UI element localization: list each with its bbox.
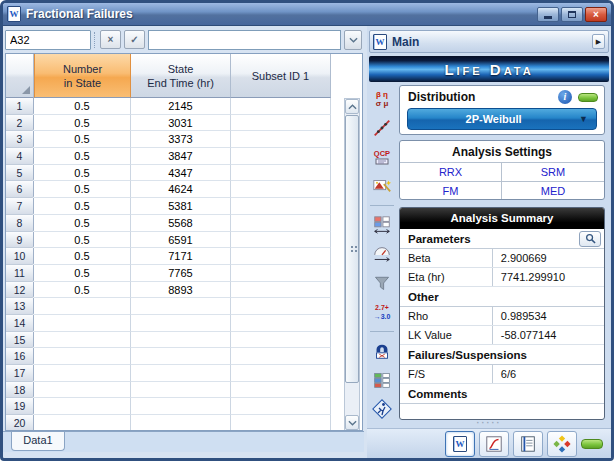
cell-subset-id[interactable]: [231, 315, 331, 332]
grid-vertical-scrollbar[interactable]: [344, 98, 360, 431]
cell-subset-id[interactable]: [231, 148, 331, 165]
row-header[interactable]: 2: [6, 115, 34, 132]
cell-state-end-time[interactable]: [131, 398, 231, 415]
column-header-number-in-state[interactable]: Number in State: [34, 54, 131, 98]
cell-number-in-state[interactable]: 0.5: [34, 232, 131, 249]
cell-state-end-time[interactable]: 3373: [131, 131, 231, 148]
cell-subset-id[interactable]: [231, 332, 331, 349]
cell-state-end-time[interactable]: 3847: [131, 148, 231, 165]
cell-state-end-time[interactable]: 6591: [131, 232, 231, 249]
cell-subset-id[interactable]: [231, 382, 331, 399]
decimal-precision-icon[interactable]: 2.7+→3.0: [371, 301, 394, 323]
cell-number-in-state[interactable]: 0.5: [34, 148, 131, 165]
report-button[interactable]: [513, 431, 543, 457]
cell-reference-input[interactable]: [5, 30, 91, 50]
cell-state-end-time[interactable]: [131, 365, 231, 382]
cell-state-end-time[interactable]: 5381: [131, 198, 231, 215]
panel-header[interactable]: W Main ▶: [369, 30, 609, 53]
row-header[interactable]: 12: [6, 282, 34, 299]
cell-subset-id[interactable]: [231, 365, 331, 382]
cell-number-in-state[interactable]: 0.5: [34, 198, 131, 215]
panel-toggle-icon[interactable]: [581, 439, 603, 449]
row-header[interactable]: 16: [6, 348, 34, 365]
cell-subset-id[interactable]: [231, 298, 331, 315]
sheet-tab-data1[interactable]: Data1: [11, 432, 65, 451]
minimize-button[interactable]: [537, 7, 559, 22]
cancel-entry-button[interactable]: ×: [100, 30, 121, 49]
row-header[interactable]: 20: [6, 415, 34, 431]
cell-subset-id[interactable]: [231, 348, 331, 365]
folio-view-button[interactable]: W: [445, 431, 475, 457]
cell-number-in-state[interactable]: 0.5: [34, 215, 131, 232]
cell-subset-id[interactable]: [231, 198, 331, 215]
cell-number-in-state[interactable]: [34, 398, 131, 415]
cell-number-in-state[interactable]: 0.5: [34, 98, 131, 115]
cell-number-in-state[interactable]: 0.5: [34, 181, 131, 198]
cell-number-in-state[interactable]: [34, 315, 131, 332]
cell-number-in-state[interactable]: [34, 348, 131, 365]
cell-number-in-state[interactable]: 0.5: [34, 165, 131, 182]
row-header[interactable]: 10: [6, 248, 34, 265]
formula-dropdown-button[interactable]: [344, 30, 362, 50]
panel-expand-button[interactable]: ▶: [592, 34, 605, 49]
select-all-corner[interactable]: [6, 54, 34, 98]
cell-state-end-time[interactable]: [131, 298, 231, 315]
cell-state-end-time[interactable]: 5568: [131, 215, 231, 232]
cell-state-end-time[interactable]: 3031: [131, 115, 231, 132]
column-header-state-end-time[interactable]: State End Time (hr): [131, 54, 231, 98]
magnet-convert-icon[interactable]: [371, 340, 394, 362]
cell-subset-id[interactable]: [231, 131, 331, 148]
info-icon[interactable]: i: [558, 90, 572, 104]
cell-state-end-time[interactable]: 4347: [131, 165, 231, 182]
cell-state-end-time[interactable]: [131, 415, 231, 431]
row-header[interactable]: 14: [6, 315, 34, 332]
cell-state-end-time[interactable]: 7765: [131, 265, 231, 282]
column-header-subset-id[interactable]: Subset ID 1: [231, 54, 331, 98]
cell-number-in-state[interactable]: [34, 415, 131, 431]
row-header[interactable]: 5: [6, 165, 34, 182]
cell-number-in-state[interactable]: [34, 332, 131, 349]
cell-number-in-state[interactable]: 0.5: [34, 248, 131, 265]
row-header[interactable]: 7: [6, 198, 34, 215]
scrollbar-track[interactable]: [345, 384, 359, 415]
row-header[interactable]: 4: [6, 148, 34, 165]
row-header[interactable]: 18: [6, 382, 34, 399]
collapse-toggle-icon[interactable]: [578, 93, 598, 102]
qcp-icon[interactable]: QCP: [371, 146, 394, 168]
cell-subset-id[interactable]: [231, 115, 331, 132]
cell-number-in-state[interactable]: [34, 382, 131, 399]
degradation-gauge-icon[interactable]: [371, 243, 394, 265]
cell-subset-id[interactable]: [231, 215, 331, 232]
cell-subset-id[interactable]: [231, 265, 331, 282]
cell-number-in-state[interactable]: 0.5: [34, 282, 131, 299]
maximize-button[interactable]: [561, 7, 583, 22]
cell-number-in-state[interactable]: [34, 298, 131, 315]
cell-state-end-time[interactable]: 7171: [131, 248, 231, 265]
cell-number-in-state[interactable]: [34, 365, 131, 382]
cell-subset-id[interactable]: [231, 415, 331, 431]
cell-state-end-time[interactable]: 8893: [131, 282, 231, 299]
cell-subset-id[interactable]: [231, 248, 331, 265]
row-header[interactable]: 15: [6, 332, 34, 349]
title-bar[interactable]: W Fractional Failures ×: [3, 3, 611, 26]
cell-number-in-state[interactable]: 0.5: [34, 131, 131, 148]
distribution-dropdown[interactable]: 2P-Weibull ▼: [407, 108, 597, 130]
close-button[interactable]: ×: [585, 7, 607, 22]
cell-state-end-time[interactable]: [131, 315, 231, 332]
scroll-down-button[interactable]: [345, 415, 359, 430]
search-button[interactable]: [579, 231, 601, 247]
cell-subset-id[interactable]: [231, 98, 331, 115]
cell-state-end-time[interactable]: 4624: [131, 181, 231, 198]
batch-grid-icon[interactable]: [371, 369, 394, 391]
cell-state-end-time[interactable]: [131, 332, 231, 349]
row-header[interactable]: 6: [6, 181, 34, 198]
plot-sheet-button[interactable]: [479, 431, 509, 457]
cell-state-end-time[interactable]: [131, 382, 231, 399]
cell-subset-id[interactable]: [231, 398, 331, 415]
probability-plot-icon[interactable]: [371, 117, 394, 139]
cell-subset-id[interactable]: [231, 282, 331, 299]
scroll-up-button[interactable]: [345, 99, 359, 114]
formula-input[interactable]: [148, 30, 341, 50]
simumatic-icon[interactable]: [371, 398, 394, 420]
setting-link-rrx[interactable]: RRX: [400, 163, 502, 182]
